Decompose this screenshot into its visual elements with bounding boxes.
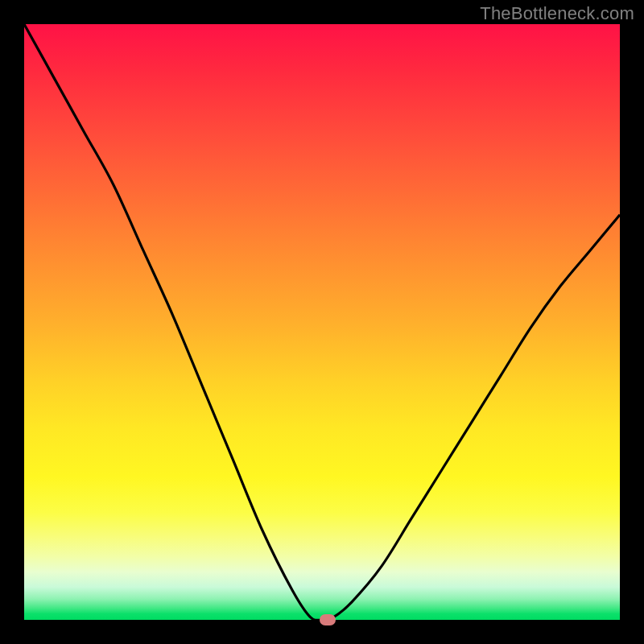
watermark-text: TheBottleneck.com (480, 3, 634, 24)
bottleneck-curve (24, 24, 620, 620)
plot-area (24, 24, 620, 620)
chart-frame: TheBottleneck.com (0, 0, 644, 644)
optimal-marker (320, 614, 336, 625)
curve-path (24, 24, 620, 620)
